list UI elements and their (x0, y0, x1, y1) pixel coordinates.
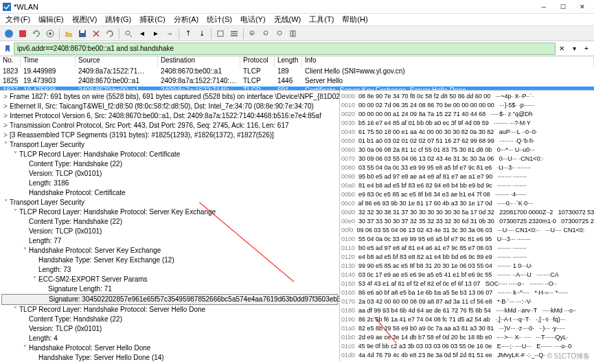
tree-node[interactable]: Content Type: Handshake (22) (1, 159, 338, 169)
col-header[interactable]: Destination (158, 56, 240, 67)
tree-node[interactable]: Length: 3186 (1, 179, 338, 188)
tree-node[interactable]: Version: TLCP (0x0101) (1, 324, 338, 334)
packet-row[interactable]: 182519.4739032408:8670:be00::a12409:8a7a… (0, 77, 594, 87)
resize-cols-icon[interactable] (288, 27, 300, 40)
hex-line[interactable]: 0180 aa df 99 93 b4 6b 4d 64 ae de 61 72… (341, 306, 593, 315)
zoom-out-icon[interactable]: - (260, 27, 273, 40)
hex-line[interactable]: 0130 99 90 e5 85 ac e5 8f b8 31 20 30 1e… (341, 262, 593, 271)
expand-icon[interactable]: ˅ (1, 198, 10, 207)
menu-g[interactable]: 跳转(G) (101, 14, 135, 25)
tree-node[interactable]: ˅Handshake Protocol: Server Hello Done (1, 343, 338, 353)
display-filter-input[interactable] (14, 43, 556, 55)
tree-node[interactable]: ˅TLCP Record Layer: Handshake Protocol: … (1, 207, 338, 217)
expand-icon[interactable]: ˅ (21, 246, 29, 255)
tree-node[interactable]: >Transmission Control Protocol, Src Port… (1, 121, 338, 130)
expand-icon[interactable]: ˅ (11, 207, 19, 217)
tree-node[interactable]: >[3 Reassembled TCP Segments (3191 bytes… (1, 130, 338, 140)
tree-node[interactable]: ˅Transport Layer Security (1, 198, 338, 207)
hex-line[interactable]: 0070 30 09 06 03 55 04 06 13 02 43 4e 31… (341, 155, 593, 163)
menu-v[interactable]: 视图(V) (68, 14, 102, 25)
hex-line[interactable]: 0080 03 55 04 0a 0c 33 e9 99 95 e8 a5 bf… (341, 163, 593, 172)
expand-icon[interactable]: > (1, 102, 10, 111)
menu-s[interactable]: 统计(S) (203, 14, 236, 25)
reload-icon[interactable] (104, 27, 116, 40)
goto-icon[interactable]: → (163, 27, 176, 40)
tree-node[interactable]: ˅TLCP Record Layer: Handshake Protocol: … (1, 150, 338, 159)
tree-node[interactable]: ˅TLCP Record Layer: Handshake Protocol: … (1, 305, 338, 315)
zoom-in-icon[interactable]: + (247, 27, 259, 40)
expand-icon[interactable]: ˅ (11, 305, 19, 315)
close-button[interactable]: ✕ (573, 1, 591, 13)
menu-y[interactable]: 电话(Y) (236, 14, 270, 25)
hex-line[interactable]: 00e0 30 37 33 30 30 37 32 35 32 33 32 30… (341, 217, 593, 226)
hex-line[interactable]: 0100 55 04 0a 0c 33 e9 99 95 e8 a5 bf e7… (341, 235, 593, 244)
hex-line[interactable]: 0040 61 75 50 18 00 e1 aa 4c 00 00 30 30… (341, 128, 593, 137)
bookmark-icon[interactable] (1, 43, 14, 55)
packet-row[interactable]: 182319.4499892409:8a7a:1522:71…2408:8670… (0, 67, 594, 77)
menu-a[interactable]: 分析(A) (170, 14, 203, 25)
menu-f[interactable]: 文件(F) (1, 14, 34, 25)
tree-node[interactable]: ˅Handshake Protocol: Server Key Exchange (1, 246, 338, 255)
hex-line[interactable]: 0020 00 00 00 00 a1 24 09 8a 7a 15 22 71… (341, 110, 593, 119)
save-file-icon[interactable] (76, 27, 89, 40)
expand-icon[interactable]: > (1, 130, 10, 140)
col-header[interactable]: Length (275, 56, 302, 67)
clear-filter-icon[interactable]: ✕ (556, 43, 568, 55)
hex-line[interactable]: 0010 00 00 02 7d 06 35 24 08 86 70 be 00… (341, 101, 593, 110)
hex-line[interactable]: 00c0 af 86 e6 93 9b 30 1e 81 17 60 4b a3… (341, 199, 593, 208)
hex-line[interactable]: 0160 86 e6 a0 bf a8 e5 ba 1e 6b ba a5 5e… (341, 288, 593, 297)
menu-e[interactable]: 编辑(E) (34, 14, 68, 25)
expand-icon[interactable]: > (1, 111, 10, 121)
next-icon[interactable]: ► (150, 27, 162, 40)
tree-node[interactable]: Version: TLCP (0x0101) (1, 169, 338, 179)
tree-node[interactable]: >Internet Protocol Version 6, Src: 2408:… (1, 111, 338, 121)
hex-line[interactable]: 0090 95 b0 e5 ad 97 e8 ae a4 e8 af 81 e7… (341, 172, 593, 181)
hex-line[interactable]: 0190 86 2c 5b f6 1a 41 e7 74 04 08 fc 71… (341, 315, 593, 324)
menu-w[interactable]: 无线(W) (270, 14, 306, 25)
apply-filter-icon[interactable]: ▾ (568, 43, 580, 55)
tree-node[interactable]: Version: TLCP (0x0101) (1, 227, 338, 236)
tree-node[interactable]: >Frame 1827: 691 bytes on wire (5528 bit… (1, 92, 338, 102)
expand-icon[interactable]: ˅ (11, 150, 19, 159)
tree-node[interactable]: Content Type: Handshake (22) (1, 217, 338, 227)
menu-t[interactable]: 工具(T) (305, 14, 338, 25)
hex-line[interactable]: 0170 2a 03 42 00 60 00 08 09 a8 87 ad 3a… (341, 297, 593, 306)
tree-node[interactable]: Length: 4 (1, 334, 338, 343)
expand-icon[interactable]: ˅ (30, 275, 38, 284)
expand-icon[interactable]: ˅ (1, 140, 10, 150)
hex-line[interactable]: 0140 03 0c 17 e9 ae e5 e6 9e a5 e5 41 e1… (341, 271, 593, 280)
hex-line[interactable]: 01b0 2d e9 ae ce 3e 14 db b7 58 ef 0d 20… (341, 333, 593, 342)
find-icon[interactable] (122, 27, 135, 40)
prev-icon[interactable]: ◄ (136, 27, 148, 40)
hex-line[interactable]: 00f0 09 06 03 55 04 06 13 02 43 4e 31 3c… (341, 226, 593, 235)
col-header[interactable]: No. (0, 56, 21, 67)
tree-node[interactable]: ˅ECC-SM2-EXPORT Server Params (1, 275, 338, 284)
colorize-icon[interactable] (228, 27, 240, 40)
minimize-button[interactable]: ─ (535, 1, 553, 13)
tree-node[interactable]: Handshake Type: Server Hello Done (14) (1, 353, 338, 361)
hex-line[interactable]: 0120 e4 b8 ad e5 bf 83 e8 82 a1 e4 bb bd… (341, 253, 593, 262)
hex-line[interactable]: 00d0 32 32 30 38 31 37 30 30 30 30 30 30… (341, 208, 593, 217)
close-file-icon[interactable] (90, 27, 102, 40)
hex-line[interactable]: 0150 53 4f 43 e1 af 81 ef f2 ef 82 ef 0c… (341, 280, 593, 288)
hex-line[interactable]: 00b0 e9 83 0c e5 85 ac e5 8f b8 34 e3 ae… (341, 190, 593, 199)
hex-line[interactable]: 0050 01 b1 a0 03 02 01 02 02 07 51 16 27… (341, 137, 593, 146)
hex-line[interactable]: 01c0 45 9e 0f bb c2 a3 3b 03 03 03 06 03… (341, 342, 593, 351)
stop-capture-icon[interactable] (16, 27, 29, 40)
hex-line[interactable]: 01a0 82 e5 8b 29 56 e9 b0 a9 0c 7a aa a3… (341, 324, 593, 333)
autoscroll-icon[interactable] (214, 27, 227, 40)
tree-node[interactable]: Signature Length: 71 (1, 284, 338, 294)
zoom-reset-icon[interactable] (274, 27, 286, 40)
tree-node[interactable]: Signature: 304502202857e961e65f57c354959… (1, 294, 338, 305)
last-packet-icon[interactable]: ⤓ (196, 27, 208, 40)
options-icon[interactable] (44, 27, 56, 40)
expand-icon[interactable]: > (1, 121, 10, 130)
restart-capture-icon[interactable] (30, 27, 43, 40)
menu-c[interactable]: 捕获(C) (135, 14, 169, 25)
menu-h[interactable]: 帮助(H) (338, 14, 372, 25)
hex-line[interactable]: 0030 b5 16 e7 e4 85 af 01 bb 0b a0 ec 3f… (341, 119, 593, 128)
maximize-button[interactable]: ☐ (554, 1, 572, 13)
filter-add-icon[interactable]: + (580, 43, 593, 55)
hex-line[interactable]: 00a0 81 e4 b8 ad e5 bf 83 e6 82 94 e8 b4… (341, 181, 593, 190)
start-capture-icon[interactable] (3, 27, 15, 40)
